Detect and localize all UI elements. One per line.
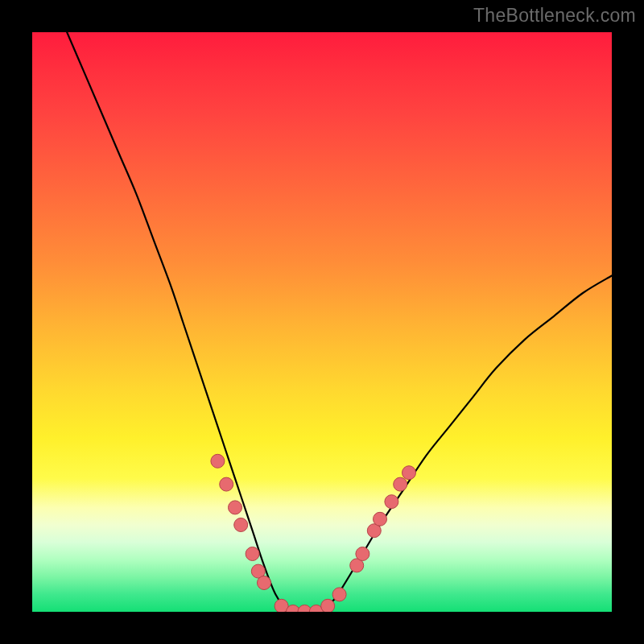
marker-dot (234, 518, 248, 532)
watermark-text: TheBottleneck.com (473, 5, 636, 27)
bottleneck-curve (67, 32, 612, 612)
curve-svg (32, 32, 612, 612)
marker-dot (394, 477, 407, 491)
marker-dot (385, 495, 398, 509)
marker-dot (321, 599, 335, 612)
marker-dot (356, 547, 369, 561)
chart-frame: TheBottleneck.com (0, 0, 644, 644)
marker-dot (229, 501, 242, 514)
marker-dot (258, 576, 271, 590)
highlight-markers (211, 454, 416, 612)
marker-dot (402, 466, 416, 480)
marker-dot (220, 477, 233, 491)
marker-dot (374, 512, 387, 526)
marker-dot (246, 547, 259, 561)
marker-dot (211, 454, 225, 468)
marker-dot (332, 588, 346, 601)
plot-area (32, 32, 612, 612)
